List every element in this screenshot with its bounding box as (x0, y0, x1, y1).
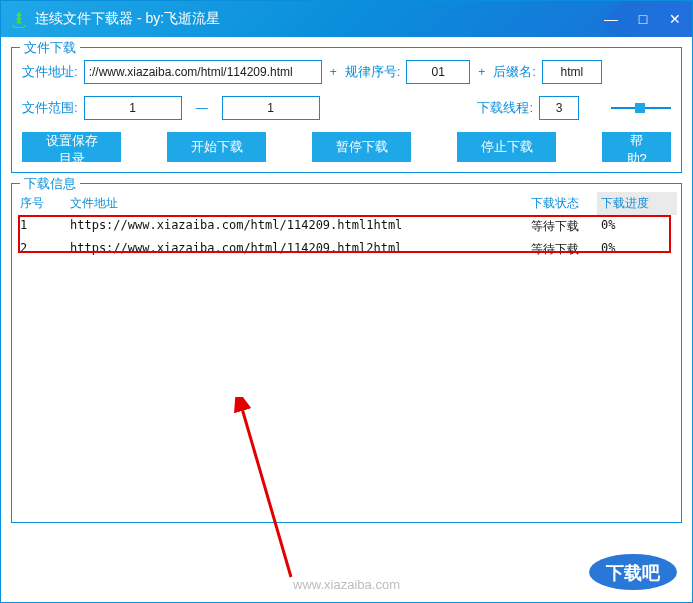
logo-watermark: 下载吧 (588, 552, 678, 592)
thread-input[interactable] (539, 96, 579, 120)
table-row[interactable]: 2 https://www.xiazaiba.com/html/114209.h… (16, 238, 677, 261)
header-status: 下载状态 (527, 192, 597, 215)
cell-status: 等待下载 (527, 238, 597, 261)
table-header: 序号 文件地址 下载状态 下载进度 (16, 192, 677, 215)
minimize-button[interactable]: — (602, 11, 620, 27)
stop-button[interactable]: 停止下载 (457, 132, 556, 162)
svg-text:下载吧: 下载吧 (605, 563, 661, 583)
cell-progress: 0% (597, 238, 677, 261)
range-row: 文件范围: — 下载线程: (22, 96, 671, 120)
info-fieldset: 下载信息 序号 文件地址 下载状态 下载进度 1 https://www.xia… (11, 183, 682, 523)
thread-label: 下载线程: (477, 99, 533, 117)
table-body[interactable]: 1 https://www.xiazaiba.com/html/114209.h… (16, 215, 677, 518)
plus-sep-1: + (328, 65, 339, 79)
title-bar[interactable]: 连续文件下载器 - by:飞逝流星 — □ ✕ (1, 1, 692, 37)
cell-idx: 2 (16, 238, 66, 261)
window-body: 文件下载 文件地址: + 规律序号: + 后缀名: 文件范围: — 下载线程: (1, 37, 692, 602)
cell-url: https://www.xiazaiba.com/html/114209.htm… (66, 215, 527, 238)
app-window: 连续文件下载器 - by:飞逝流星 — □ ✕ 文件下载 文件地址: + 规律序… (0, 0, 693, 603)
rule-label: 规律序号: (345, 63, 401, 81)
cell-idx: 1 (16, 215, 66, 238)
header-url: 文件地址 (66, 192, 527, 215)
window-title: 连续文件下载器 - by:飞逝流星 (35, 10, 220, 28)
start-button[interactable]: 开始下载 (167, 132, 266, 162)
suffix-label: 后缀名: (493, 63, 536, 81)
close-button[interactable]: ✕ (666, 11, 684, 27)
suffix-input[interactable] (542, 60, 602, 84)
header-progress: 下载进度 (597, 192, 677, 215)
rule-input[interactable] (406, 60, 470, 84)
app-icon (9, 9, 29, 29)
plus-sep-2: + (476, 65, 487, 79)
pause-button[interactable]: 暂停下载 (312, 132, 411, 162)
table-row[interactable]: 1 https://www.xiazaiba.com/html/114209.h… (16, 215, 677, 238)
range-from-input[interactable] (84, 96, 182, 120)
watermark-text: www.xiazaiba.com (293, 577, 400, 592)
maximize-button[interactable]: □ (634, 11, 652, 27)
url-row: 文件地址: + 规律序号: + 后缀名: (22, 60, 671, 84)
info-legend: 下载信息 (20, 175, 80, 193)
set-dir-button[interactable]: 设置保存目录 (22, 132, 121, 162)
thread-slider[interactable] (611, 100, 671, 116)
cell-status: 等待下载 (527, 215, 597, 238)
help-button[interactable]: 帮助? (602, 132, 671, 162)
range-to-input[interactable] (222, 96, 320, 120)
button-row: 设置保存目录 开始下载 暂停下载 停止下载 帮助? (22, 132, 671, 162)
header-idx: 序号 (16, 192, 66, 215)
range-label: 文件范围: (22, 99, 78, 117)
cell-progress: 0% (597, 215, 677, 238)
download-legend: 文件下载 (20, 39, 80, 57)
download-fieldset: 文件下载 文件地址: + 规律序号: + 后缀名: 文件范围: — 下载线程: (11, 47, 682, 173)
range-dash: — (188, 101, 216, 115)
cell-url: https://www.xiazaiba.com/html/114209.htm… (66, 238, 527, 261)
url-input[interactable] (84, 60, 322, 84)
url-label: 文件地址: (22, 63, 78, 81)
